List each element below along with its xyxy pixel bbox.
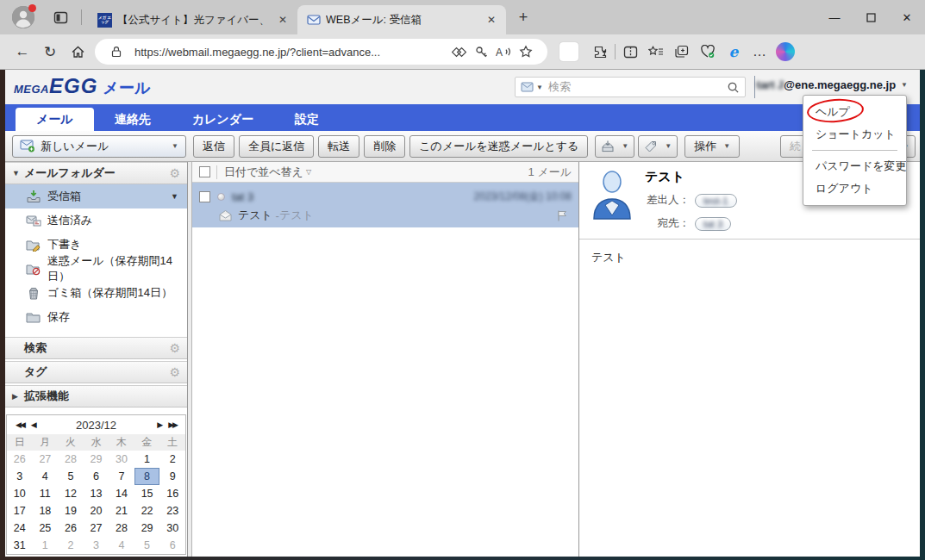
read-aloud-icon[interactable]: A <box>492 41 515 62</box>
nav-tab-カレンダー[interactable]: カレンダー <box>172 108 274 131</box>
calendar-day[interactable]: 2 <box>159 451 185 468</box>
minimize-button[interactable]: — <box>816 0 853 34</box>
gear-icon[interactable]: ⚙ <box>169 365 180 379</box>
calendar-day[interactable]: 29 <box>84 451 109 468</box>
calendar-day[interactable]: 17 <box>7 502 33 520</box>
url-text[interactable]: https://webmail.megaegg.ne.jp/?client=ad… <box>134 46 447 59</box>
prev-month-icon[interactable]: ◀ <box>28 420 39 429</box>
calendar-day[interactable]: 23 <box>159 502 185 520</box>
calendar-day-selected[interactable]: 8 <box>134 468 160 485</box>
chevron-down-icon[interactable]: ▼ <box>536 84 543 91</box>
calendar-day[interactable]: 21 <box>109 502 134 520</box>
calendar-day[interactable]: 1 <box>134 451 160 468</box>
more-menu-icon[interactable]: … <box>747 40 772 64</box>
favorite-star-icon[interactable] <box>515 41 537 62</box>
calendar-day[interactable]: 2 <box>58 537 84 554</box>
select-all-checkbox[interactable] <box>199 166 210 177</box>
copilot-icon[interactable] <box>776 42 795 61</box>
actions-button[interactable]: 操作 ▼ <box>684 135 740 158</box>
calendar-day[interactable]: 31 <box>7 537 33 554</box>
section-header-拡張機能[interactable]: ▶拡張機能 <box>5 385 187 408</box>
close-button[interactable]: ✕ <box>889 0 925 34</box>
toolbar-button-1[interactable]: 全員に返信 <box>239 135 314 158</box>
calendar-day[interactable]: 6 <box>159 537 185 554</box>
sort-button[interactable]: 日付で並べ替え <box>224 165 303 180</box>
calendar-day[interactable]: 26 <box>7 451 33 468</box>
calendar-day[interactable]: 5 <box>58 468 84 485</box>
browser-tab-2[interactable]: WEBメール: 受信箱 ✕ <box>297 5 506 34</box>
gear-icon[interactable]: ⚙ <box>169 166 180 180</box>
calendar-day[interactable]: 19 <box>58 502 84 520</box>
prev-year-icon[interactable]: ◀◀ <box>12 420 28 429</box>
menu-item-help[interactable]: ヘルプ <box>803 101 906 123</box>
calendar-day[interactable]: 28 <box>109 520 134 537</box>
calendar-day[interactable]: 29 <box>134 520 160 537</box>
ie-mode-icon[interactable]: e <box>721 40 747 64</box>
mail-list-item[interactable]: tat 3 2023/12/08(金) 10:08 テスト - テスト <box>192 183 578 227</box>
toolbar-button-0[interactable]: 返信 <box>193 135 234 158</box>
nav-tab-設定[interactable]: 設定 <box>274 108 340 131</box>
calendar-day[interactable]: 27 <box>84 520 109 537</box>
back-icon[interactable]: ← <box>9 39 36 65</box>
favorites-bar-icon[interactable] <box>643 40 669 64</box>
toolbar-button-2[interactable]: 転送 <box>318 135 359 158</box>
section-header-検索[interactable]: 検索⚙ <box>5 337 187 359</box>
tab-actions-icon[interactable] <box>48 5 72 29</box>
refresh-icon[interactable]: ↻ <box>36 39 64 65</box>
link-diamonds-icon[interactable] <box>447 41 470 62</box>
calendar-day[interactable]: 30 <box>109 451 134 468</box>
search-input[interactable]: ▼ 検索 <box>515 77 746 97</box>
calendar-day[interactable]: 16 <box>159 485 185 502</box>
folder-ゴミ箱（保存期間14日）[interactable]: ゴミ箱（保存期間14日） <box>5 281 187 305</box>
home-icon[interactable] <box>64 39 91 65</box>
calendar-day[interactable]: 3 <box>7 468 33 485</box>
tab-close-icon[interactable]: ✕ <box>275 12 291 28</box>
nav-tab-連絡先[interactable]: 連絡先 <box>94 108 172 131</box>
calendar-day[interactable]: 4 <box>33 468 59 485</box>
toolbar-button-4[interactable]: このメールを迷惑メールとする <box>409 135 588 158</box>
calendar-day[interactable]: 26 <box>58 520 84 537</box>
profile-avatar[interactable] <box>12 6 34 28</box>
calendar-day[interactable]: 3 <box>84 537 109 554</box>
triangle-down-icon[interactable]: ▼ <box>12 169 24 177</box>
calendar-day[interactable]: 15 <box>134 485 160 502</box>
browser-tab-1[interactable]: メガ エッグ 【公式サイト】光ファイバー、インターネ ✕ <box>89 5 297 34</box>
calendar-day[interactable]: 22 <box>134 502 160 520</box>
sort-caret-icon[interactable]: ▽ <box>306 168 311 176</box>
folder-受信箱[interactable]: 受信箱▼ <box>5 184 187 208</box>
calendar-day[interactable]: 9 <box>159 468 185 485</box>
new-tab-button[interactable]: + <box>511 5 535 29</box>
extension-icon[interactable] <box>559 42 578 61</box>
calendar-day[interactable]: 1 <box>33 537 59 554</box>
folder-送信済み[interactable]: 送信済み <box>5 208 187 233</box>
calendar-day[interactable]: 5 <box>134 537 160 554</box>
calendar-day[interactable]: 28 <box>58 451 84 468</box>
folder-迷惑メール（保存期間14日）[interactable]: 迷惑メール（保存期間14日） <box>5 257 187 281</box>
calendar-day[interactable]: 6 <box>84 468 109 485</box>
tag-button[interactable]: ▼ <box>638 135 678 158</box>
calendar-day[interactable]: 4 <box>109 537 134 554</box>
key-icon[interactable] <box>470 41 492 62</box>
calendar-day[interactable]: 25 <box>33 520 59 537</box>
extensions-puzzle-icon[interactable] <box>587 40 613 64</box>
lock-icon[interactable] <box>105 41 128 62</box>
mail-checkbox[interactable] <box>199 191 210 202</box>
from-contact-pill[interactable]: test-1 <box>695 194 737 208</box>
chevron-down-icon[interactable]: ▼ <box>171 192 178 201</box>
nav-tab-メール[interactable]: メール <box>16 108 94 131</box>
menu-item-shortcut[interactable]: ショートカット <box>803 123 906 146</box>
read-status-dot[interactable] <box>217 193 225 201</box>
calendar-day[interactable]: 20 <box>84 502 109 520</box>
folder-保存[interactable]: 保存 <box>5 305 187 329</box>
account-button[interactable]: tart J@ene.megaegg.ne.jp ▼ <box>757 78 908 91</box>
menu-item-logout[interactable]: ログアウト <box>803 177 906 200</box>
new-mail-button[interactable]: 新しいメール ▼ <box>12 135 186 158</box>
tab-group-icon[interactable] <box>669 40 695 64</box>
next-month-icon[interactable]: ▶ <box>153 420 165 429</box>
search-icon[interactable] <box>727 81 740 94</box>
browser-essentials-icon[interactable] <box>695 40 721 64</box>
gear-icon[interactable]: ⚙ <box>169 341 180 355</box>
split-screen-icon[interactable] <box>617 40 643 64</box>
calendar-day[interactable]: 7 <box>109 468 134 485</box>
calendar-day[interactable]: 18 <box>33 502 59 520</box>
